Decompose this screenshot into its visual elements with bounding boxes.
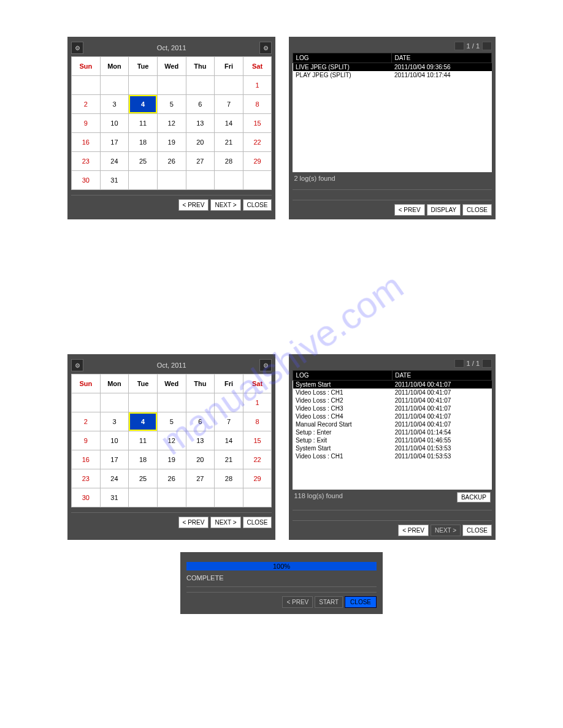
- calendar-day[interactable]: 15: [243, 114, 272, 133]
- log-row[interactable]: Video Loss : CH22011/10/04 00:41:07: [293, 396, 492, 404]
- calendar-day[interactable]: [100, 393, 129, 412]
- calendar-day[interactable]: 6: [186, 95, 215, 114]
- calendar-day[interactable]: 23: [72, 152, 101, 171]
- prev-button[interactable]: < PREV: [282, 596, 313, 608]
- calendar-day[interactable]: 2: [72, 95, 101, 114]
- calendar-day[interactable]: 27: [186, 469, 215, 488]
- log-row[interactable]: System Start2011/10/04 00:41:07: [293, 381, 492, 389]
- calendar-day[interactable]: 21: [215, 450, 243, 469]
- calendar-day[interactable]: [186, 393, 215, 412]
- log-row[interactable]: LIVE JPEG (SPLIT)2011/10/04 09:36:56: [293, 63, 492, 72]
- calendar-day[interactable]: 19: [157, 450, 186, 469]
- calendar-day[interactable]: 14: [215, 431, 243, 450]
- calendar-day[interactable]: 19: [157, 133, 186, 152]
- calendar-day[interactable]: 20: [186, 450, 215, 469]
- calendar-day[interactable]: 4: [129, 95, 158, 114]
- calendar-day[interactable]: 9: [72, 114, 101, 133]
- calendar-day[interactable]: 1: [243, 76, 272, 95]
- calendar-day[interactable]: 13: [186, 431, 215, 450]
- calendar-day[interactable]: 18: [129, 450, 158, 469]
- start-button[interactable]: START: [315, 596, 343, 608]
- gear-icon[interactable]: ⚙: [71, 42, 83, 54]
- calendar-day[interactable]: 22: [243, 133, 272, 152]
- log-row[interactable]: Setup : Enter2011/10/04 01:14:54: [293, 428, 492, 436]
- calendar-day[interactable]: 27: [186, 152, 215, 171]
- log-row[interactable]: Video Loss : CH12011/10/04 01:53:53: [293, 452, 492, 460]
- calendar-day[interactable]: [72, 76, 101, 95]
- calendar-day[interactable]: 30: [72, 488, 101, 507]
- calendar-day[interactable]: [243, 171, 272, 190]
- calendar-day[interactable]: 28: [215, 469, 243, 488]
- calendar-day[interactable]: 8: [243, 412, 272, 431]
- log-row[interactable]: Video Loss : CH42011/10/04 00:41:07: [293, 412, 492, 420]
- calendar-day[interactable]: 21: [215, 133, 243, 152]
- calendar-day[interactable]: [129, 76, 158, 95]
- calendar-day[interactable]: 8: [243, 95, 272, 114]
- prev-button[interactable]: < PREV: [178, 517, 209, 528]
- calendar-day[interactable]: 14: [215, 114, 243, 133]
- calendar-day[interactable]: 7: [215, 95, 243, 114]
- calendar-day[interactable]: 22: [243, 450, 272, 469]
- calendar-day[interactable]: 11: [129, 431, 158, 450]
- log-row[interactable]: PLAY JPEG (SPLIT)2011/10/04 10:17:44: [293, 71, 492, 79]
- calendar-day[interactable]: [186, 171, 215, 190]
- calendar-day[interactable]: 10: [100, 431, 129, 450]
- calendar-day[interactable]: [215, 76, 243, 95]
- calendar-day[interactable]: 23: [72, 469, 101, 488]
- gear-icon[interactable]: ⚙: [259, 42, 272, 54]
- calendar-day[interactable]: 28: [215, 152, 243, 171]
- log-row[interactable]: Video Loss : CH12011/10/04 00:41:07: [293, 389, 492, 396]
- gear-icon[interactable]: ⚙: [259, 359, 272, 371]
- calendar-day[interactable]: 25: [129, 152, 158, 171]
- calendar-day[interactable]: 5: [157, 412, 186, 431]
- prev-button[interactable]: < PREV: [394, 204, 425, 216]
- prev-button[interactable]: < PREV: [178, 199, 209, 211]
- calendar-day[interactable]: [215, 171, 243, 190]
- calendar-day[interactable]: 12: [157, 431, 186, 450]
- display-button[interactable]: DISPLAY: [427, 204, 461, 216]
- right-arrow-icon[interactable]: [482, 42, 492, 50]
- log-row[interactable]: Video Loss : CH32011/10/04 00:41:07: [293, 404, 492, 412]
- calendar-day[interactable]: [243, 488, 272, 507]
- log-row[interactable]: Setup : Exit2011/10/04 01:46:55: [293, 436, 492, 444]
- calendar-day[interactable]: 31: [100, 488, 129, 507]
- left-arrow-icon[interactable]: [454, 359, 464, 368]
- close-button[interactable]: CLOSE: [462, 204, 492, 216]
- calendar-day[interactable]: [129, 393, 158, 412]
- calendar-day[interactable]: [215, 488, 243, 507]
- calendar-day[interactable]: 3: [100, 412, 129, 431]
- close-button[interactable]: CLOSE: [345, 596, 377, 608]
- calendar-day[interactable]: [215, 393, 243, 412]
- calendar-day[interactable]: 29: [243, 152, 272, 171]
- calendar-day[interactable]: [72, 393, 101, 412]
- calendar-day[interactable]: [129, 488, 158, 507]
- next-button[interactable]: NEXT >: [210, 517, 240, 528]
- calendar-day[interactable]: 26: [157, 469, 186, 488]
- log-row[interactable]: Manual Record Start2011/10/04 00:41:07: [293, 420, 492, 428]
- calendar-day[interactable]: 6: [186, 412, 215, 431]
- calendar-day[interactable]: 15: [243, 431, 272, 450]
- calendar-day[interactable]: [157, 393, 186, 412]
- calendar-day[interactable]: 18: [129, 133, 158, 152]
- calendar-day[interactable]: 1: [243, 393, 272, 412]
- close-button[interactable]: CLOSE: [462, 525, 492, 536]
- calendar-day[interactable]: 4: [129, 412, 158, 431]
- calendar-day[interactable]: 3: [100, 95, 129, 114]
- calendar-day[interactable]: 5: [157, 95, 186, 114]
- calendar-day[interactable]: 25: [129, 469, 158, 488]
- calendar-day[interactable]: 12: [157, 114, 186, 133]
- next-button[interactable]: NEXT >: [431, 525, 461, 536]
- backup-button[interactable]: BACKUP: [457, 492, 491, 502]
- calendar-day[interactable]: 24: [100, 152, 129, 171]
- calendar-day[interactable]: 24: [100, 469, 129, 488]
- calendar-day[interactable]: 11: [129, 114, 158, 133]
- calendar-day[interactable]: [157, 171, 186, 190]
- calendar-day[interactable]: 17: [100, 133, 129, 152]
- calendar-day[interactable]: 9: [72, 431, 101, 450]
- calendar-day[interactable]: 16: [72, 450, 101, 469]
- calendar-day[interactable]: [129, 171, 158, 190]
- calendar-day[interactable]: [157, 488, 186, 507]
- calendar-day[interactable]: 29: [243, 469, 272, 488]
- calendar-day[interactable]: [157, 76, 186, 95]
- calendar-day[interactable]: 30: [72, 171, 101, 190]
